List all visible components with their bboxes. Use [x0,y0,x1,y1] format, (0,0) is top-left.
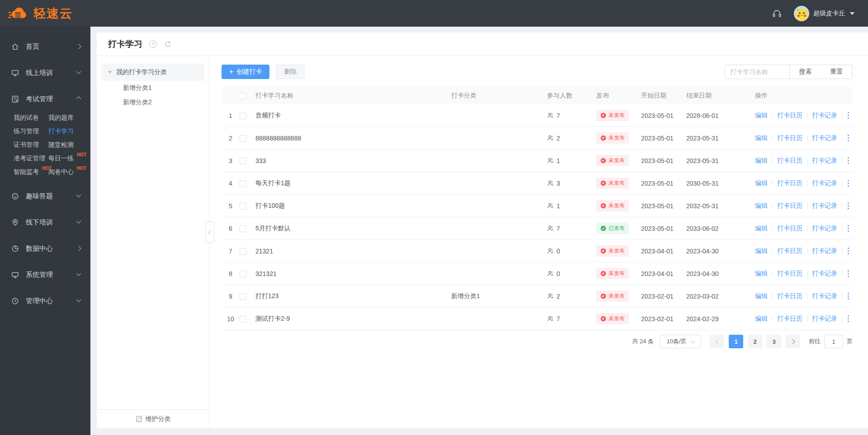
submenu-item[interactable]: 打卡学习 [48,126,75,136]
participants-count: 7 [557,112,560,119]
delete-button[interactable]: 删除 [276,65,305,79]
action-link[interactable]: 打卡日历 [777,292,802,300]
more-actions-icon[interactable] [848,250,849,252]
row-checkbox[interactable] [240,180,246,187]
more-actions-icon[interactable] [848,137,849,139]
reset-button[interactable]: 重置 [821,65,852,79]
submenu-item[interactable]: 智能监考HOT [14,167,40,177]
action-link[interactable]: 打卡记录 [812,134,837,142]
submenu-item[interactable]: 练习管理 [14,126,40,136]
user-menu[interactable]: 超级皮卡丘 [794,6,854,21]
action-link[interactable]: 打卡日历 [777,157,802,165]
row-actions: 编辑打卡日历打卡记录 [755,150,853,172]
sidebar-item-趣味答题[interactable]: 趣味答题 [0,183,90,209]
row-start-date: 2023-05-01 [641,217,686,240]
action-link[interactable]: 编辑 [755,112,768,120]
prev-page-button[interactable] [710,335,724,348]
action-link[interactable]: 编辑 [755,315,768,323]
maintain-category-button[interactable]: 维护分类 [97,409,209,428]
more-actions-icon[interactable] [848,205,849,206]
action-link[interactable]: 编辑 [755,292,768,300]
action-link[interactable]: 打卡日历 [777,134,802,142]
action-link[interactable]: 打卡日历 [777,225,802,233]
collapse-panel-handle[interactable] [205,221,214,243]
more-actions-icon[interactable] [848,182,849,184]
category-child-item[interactable]: 新增分类2 [97,95,209,110]
search-input[interactable] [725,65,790,79]
action-link[interactable]: 打卡记录 [812,157,837,165]
submenu-item[interactable]: 阅卷中心HOT [48,167,75,177]
sidebar-item-数据中心[interactable]: 数据中心 [0,235,90,262]
action-link[interactable]: 打卡日历 [777,247,802,255]
submenu-item[interactable]: 我的试卷 [14,113,40,122]
action-link[interactable]: 打卡记录 [812,247,837,255]
action-link[interactable]: 编辑 [755,225,768,233]
more-actions-icon[interactable] [848,160,849,161]
action-link[interactable]: 打卡日历 [777,270,802,278]
action-link[interactable]: 打卡记录 [812,292,837,300]
status-icon [600,203,606,209]
action-link[interactable]: 打卡记录 [812,315,837,323]
action-link[interactable]: 打卡日历 [777,112,802,120]
row-checkbox[interactable] [240,271,246,277]
app-logo[interactable]: 轻速云 [8,5,73,22]
row-checkbox[interactable] [240,158,246,164]
participants-icon [547,202,554,209]
row-checkbox[interactable] [240,203,246,210]
sidebar-item-线上培训[interactable]: 线上培训 [0,60,90,86]
support-headset-icon[interactable] [772,8,782,19]
sidebar-item-系统管理[interactable]: 系统管理 [0,262,90,288]
submenu-item[interactable]: 我的题库 [48,113,75,122]
action-link[interactable]: 打卡记录 [812,225,837,233]
select-all-checkbox[interactable] [240,93,246,99]
action-link[interactable]: 打卡日历 [777,315,802,323]
more-actions-icon[interactable] [848,228,849,229]
more-actions-icon[interactable] [848,318,849,319]
action-link[interactable]: 打卡日历 [777,179,802,187]
next-page-button[interactable] [786,335,800,348]
top-header: 轻速云 超级皮卡丘 [0,0,868,27]
sidebar-item-线下培训[interactable]: 线下培训 [0,209,90,235]
row-checkbox[interactable] [240,293,246,300]
row-checkbox[interactable] [240,135,246,142]
action-link[interactable]: 编辑 [755,202,768,210]
submenu-item[interactable]: 证书管理 [14,140,40,150]
page-number-button[interactable]: 2 [748,335,762,348]
action-link[interactable]: 打卡记录 [812,202,837,210]
more-actions-icon[interactable] [848,295,849,297]
action-link[interactable]: 打卡记录 [812,179,837,187]
row-checkbox[interactable] [240,225,246,232]
action-link[interactable]: 编辑 [755,247,768,255]
participants-count: 2 [557,135,560,142]
page-size-select[interactable]: 10条/页 [660,335,701,348]
refresh-icon[interactable] [164,40,172,48]
more-actions-icon[interactable] [848,115,849,116]
row-checkbox[interactable] [240,112,246,119]
action-link[interactable]: 编辑 [755,179,768,187]
toolbar: + 创建打卡 删除 搜索 重置 [222,65,853,79]
more-actions-icon[interactable] [848,273,849,274]
row-checkbox[interactable] [240,248,246,255]
sidebar-item-考试管理[interactable]: 考试管理 [0,86,90,112]
category-child-item[interactable]: 新增分类1 [97,81,209,95]
action-link[interactable]: 打卡日历 [777,202,802,210]
row-checkbox[interactable] [240,316,246,323]
submenu-item[interactable]: 准考证管理 [14,154,46,163]
search-button[interactable]: 搜索 [790,65,821,79]
sidebar-item-首页[interactable]: 首页 [0,33,90,60]
sidebar-item-管理中心[interactable]: 管理中心 [0,288,90,314]
action-link[interactable]: 编辑 [755,270,768,278]
page-number-button[interactable]: 3 [767,335,781,348]
submenu-item[interactable]: 随堂检测 [48,140,75,150]
create-checkin-button[interactable]: + 创建打卡 [222,65,269,79]
action-link[interactable]: 编辑 [755,157,768,165]
category-root-item[interactable]: 我的打卡学习分类 [102,64,204,81]
action-link[interactable]: 打卡记录 [812,112,837,120]
goto-page-input[interactable] [824,335,843,348]
content-card: 打卡学习 ? 我的打卡学习分类 新增分类1新增分类2 [97,33,868,428]
page-number-button[interactable]: 1 [729,335,743,348]
submenu-item[interactable]: 每日一练HOT [48,154,75,163]
action-link[interactable]: 编辑 [755,134,768,142]
action-link[interactable]: 打卡记录 [812,270,837,278]
help-icon[interactable]: ? [149,40,157,48]
